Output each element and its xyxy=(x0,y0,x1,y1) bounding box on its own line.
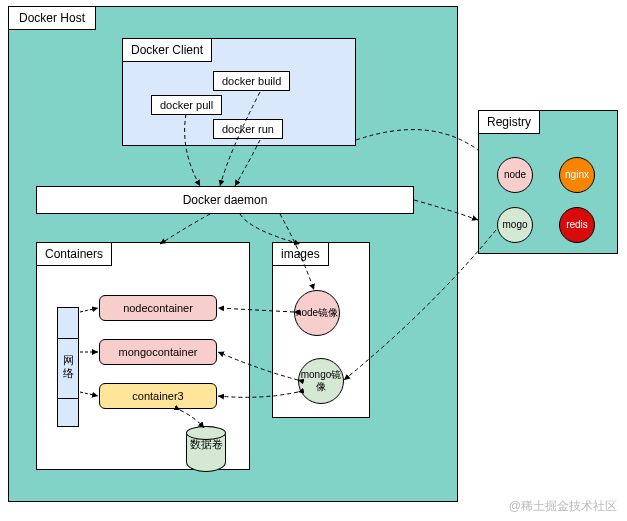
data-volume: 数据卷 xyxy=(186,426,226,472)
containers-label: Containers xyxy=(36,242,112,266)
registry-mogo: mogo xyxy=(497,207,533,243)
container-node: nodecontainer xyxy=(99,295,217,321)
docker-client-panel: Docker Client docker build docker pull d… xyxy=(122,38,356,146)
data-volume-label: 数据卷 xyxy=(190,438,223,450)
registry-node: node xyxy=(497,157,533,193)
image-node: node镜像 xyxy=(294,290,340,336)
cmd-docker-build: docker build xyxy=(213,71,290,91)
cmd-docker-pull: docker pull xyxy=(151,95,222,115)
registry-nginx: nginx xyxy=(559,157,595,193)
watermark: @稀土掘金技术社区 xyxy=(509,498,617,515)
registry-panel: Registry node nginx mogo redis xyxy=(478,110,618,254)
docker-daemon-box: Docker daemon xyxy=(36,186,414,214)
docker-host-label: Docker Host xyxy=(8,6,96,30)
container-mongo: mongocontainer xyxy=(99,339,217,365)
registry-label: Registry xyxy=(478,110,540,134)
network-bar: 网络 xyxy=(57,307,79,427)
image-mongo: mongo镜像 xyxy=(298,358,344,404)
images-label: images xyxy=(272,242,329,266)
docker-client-label: Docker Client xyxy=(122,38,212,62)
network-label: 网络 xyxy=(61,354,75,380)
container-3: container3 xyxy=(99,383,217,409)
registry-redis: redis xyxy=(559,207,595,243)
cmd-docker-run: docker run xyxy=(213,119,283,139)
